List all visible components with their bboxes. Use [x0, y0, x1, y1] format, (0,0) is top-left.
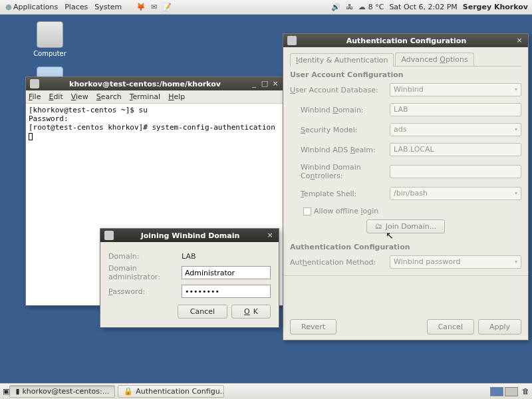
cancel-button[interactable]: Cancel [427, 319, 474, 334]
revert-button[interactable]: Revert [290, 319, 336, 334]
apply-button[interactable]: Apply [478, 319, 521, 334]
join-domain-button[interactable]: 🗂 Join Domain... [366, 219, 446, 233]
top-panel: Applications Places System 🦊 ✉ 📝 🔊 🖧 ☁ 8… [0, 0, 532, 15]
terminal-line: [root@test-centos khorkov]# system-confi… [29, 123, 275, 132]
menu-places[interactable]: Places [65, 3, 88, 11]
trash-icon[interactable]: 🗑 [522, 387, 529, 396]
desktop-icon-label: Computer [27, 50, 73, 57]
workspace-1[interactable] [490, 387, 503, 396]
auth-tabs: Identity & Authentication Advanced Optio… [290, 53, 521, 66]
label-auth-method: Authentication Method: [290, 258, 390, 267]
combo-auth-method[interactable]: Winbind password [390, 255, 521, 269]
menu-help[interactable]: Help [168, 92, 185, 101]
input-winbind-domain[interactable]: LAB [390, 103, 521, 116]
input-admin[interactable] [182, 266, 271, 279]
checkbox-offline-login[interactable] [303, 207, 311, 215]
dialog-ok-button[interactable]: OK [231, 305, 271, 319]
task-auth-config[interactable]: 🔒 Authentication Configu... [118, 385, 224, 398]
svg-point-0 [6, 4, 12, 10]
weather-text: 8 °C [368, 3, 384, 11]
volume-icon[interactable]: 🔊 [331, 3, 340, 11]
input-domain-controllers[interactable] [390, 165, 521, 178]
mail-icon[interactable]: ✉ [151, 3, 157, 11]
label-ads-realm: Winbind ADS Realm: [301, 146, 390, 154]
auth-task-icon: 🔒 [124, 387, 133, 396]
menu-view[interactable]: View [71, 92, 88, 101]
label-database: User Account Database: [290, 86, 390, 94]
menu-applications[interactable]: Applications [13, 3, 58, 11]
auth-icon [287, 36, 297, 45]
dialog-icon [104, 231, 114, 240]
show-desktop-icon[interactable]: ▣ [3, 387, 9, 396]
section-user-account: User Account Configuration [290, 70, 521, 79]
bottom-panel: ▣ ▮ khorkov@test-centos:... 🔒 Authentica… [0, 383, 532, 399]
menu-terminal[interactable]: Terminal [130, 92, 161, 101]
terminal-title: khorkov@test-centos:/home/khorkov [42, 80, 248, 88]
clock[interactable]: Sat Oct 6, 2:02 PM [389, 3, 457, 11]
label-winbind-domain: Winbind Domain: [301, 106, 390, 114]
join-body: Domain: LAB Domain administrator: Passwo… [100, 242, 279, 325]
computer-icon [37, 21, 63, 48]
menu-edit[interactable]: Edit [49, 92, 63, 101]
combo-template-shell[interactable]: /bin/bash [390, 187, 521, 200]
close-button[interactable]: × [515, 36, 524, 45]
terminal-task-icon: ▮ [15, 387, 19, 396]
close-button[interactable]: × [271, 79, 280, 88]
combo-security-model[interactable]: ads [390, 123, 521, 136]
join-domain-icon: 🗂 [375, 222, 382, 231]
firefox-icon[interactable]: 🦊 [136, 3, 146, 11]
menu-search[interactable]: Search [96, 92, 122, 101]
desktop-icon-computer[interactable]: Computer [27, 21, 73, 57]
gnome-foot-icon [4, 3, 13, 12]
terminal-line: Password: [29, 114, 68, 123]
minimize-button[interactable]: _ [249, 79, 259, 88]
join-domain-dialog: Joining Winbind Domain × Domain: LAB Dom… [100, 228, 279, 328]
label-security-model: Security Model: [301, 126, 390, 134]
dialog-cancel-button[interactable]: Cancel [178, 305, 227, 319]
auth-config-window: Authentication Configuration × Identity … [283, 33, 529, 340]
terminal-titlebar[interactable]: khorkov@test-centos:/home/khorkov _ □ × [26, 77, 284, 90]
label-template-shell: Template Shell: [301, 190, 390, 198]
user-menu[interactable]: Sergey Khorkov [463, 3, 528, 11]
menu-system[interactable]: System [94, 3, 122, 11]
label-password: Password: [108, 287, 182, 296]
auth-body: Identity & Authentication Advanced Optio… [283, 47, 528, 287]
value-domain: LAB [182, 252, 271, 261]
tab-advanced[interactable]: Advanced Options [395, 53, 473, 66]
workspace-2[interactable] [505, 387, 518, 396]
join-titlebar[interactable]: Joining Winbind Domain × [100, 229, 279, 242]
label-offline-login: Allow offline login [314, 207, 378, 215]
terminal-line: [khorkov@test-centos ~]$ su [29, 106, 148, 114]
close-button[interactable]: × [265, 231, 275, 240]
weather-icon: ☁ [358, 3, 366, 11]
network-icon[interactable]: 🖧 [346, 3, 353, 11]
terminal-menubar: File Edit View Search Terminal Help [26, 90, 284, 104]
tab-identity[interactable]: Identity & Authentication [290, 53, 394, 66]
note-icon[interactable]: 📝 [162, 3, 172, 11]
menu-file[interactable]: File [29, 92, 41, 101]
join-title: Joining Winbind Domain [116, 231, 264, 240]
terminal-icon [30, 79, 39, 88]
task-terminal[interactable]: ▮ khorkov@test-centos:... [9, 385, 115, 398]
auth-titlebar[interactable]: Authentication Configuration × [283, 34, 528, 47]
label-admin: Domain administrator: [108, 264, 182, 281]
terminal-cursor [29, 133, 33, 140]
input-ads-realm[interactable]: LAB.LOCAL [390, 143, 521, 156]
maximize-button[interactable]: □ [260, 79, 269, 88]
combo-database[interactable]: Winbind [390, 83, 521, 96]
section-auth-config: Authentication Configuration [290, 243, 521, 251]
auth-title: Authentication Configuration [299, 37, 513, 45]
label-domain-controllers: Winbind Domain Controllers: [301, 163, 390, 180]
label-domain: Domain: [108, 252, 182, 261]
input-password[interactable] [182, 285, 271, 298]
